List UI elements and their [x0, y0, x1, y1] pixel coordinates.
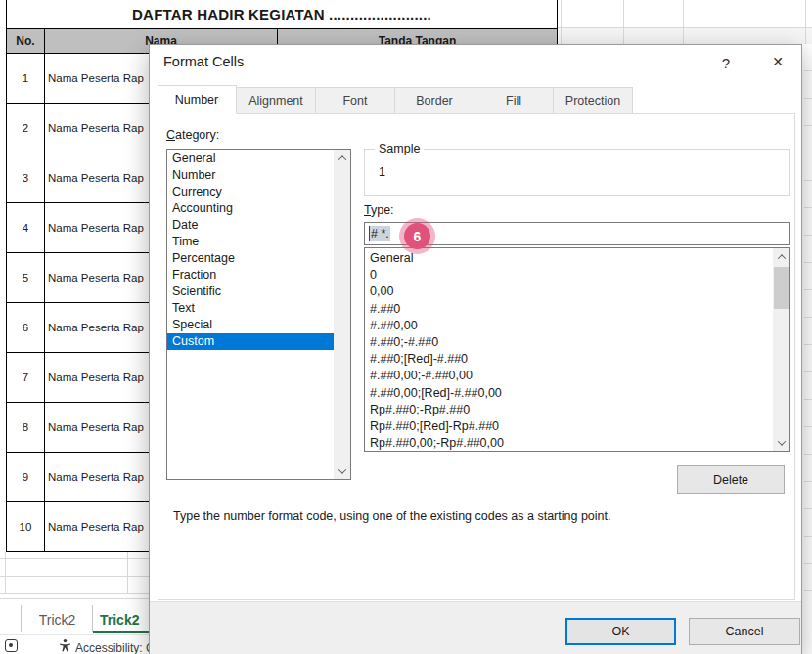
sheet-gridline: [683, 0, 684, 44]
row-number-cell: 5: [7, 253, 45, 302]
row-number-cell: 7: [7, 353, 45, 402]
type-label: Type:: [364, 203, 394, 217]
type-option[interactable]: Rp#.##0;-Rp#.##0: [365, 402, 773, 418]
close-icon[interactable]: ✕: [760, 49, 795, 74]
active-tab-underline: [93, 631, 149, 633]
type-option[interactable]: 0: [365, 267, 773, 283]
sheet-gridline: [0, 593, 149, 594]
row-number-cell: 10: [7, 502, 45, 551]
type-input-value: # *.: [369, 226, 390, 241]
dialog-tab[interactable]: Number: [158, 85, 237, 114]
sample-value: 1: [379, 165, 385, 179]
row-number-cell: 3: [7, 153, 45, 202]
dialog-footer: OK Cancel: [150, 601, 801, 654]
category-item[interactable]: Custom: [167, 333, 334, 350]
accessibility-icon: [58, 638, 72, 654]
scrollbar-thumb[interactable]: [774, 267, 789, 309]
excel-window: DAFTAR HADIR KEGIATAN ..................…: [0, 0, 812, 654]
type-option[interactable]: #.##0;[Red]-#.##0: [365, 351, 773, 368]
sheet-grid-shading: [559, 28, 812, 44]
row-number-cell: 9: [7, 453, 45, 501]
column-header-no: No.: [7, 29, 45, 53]
category-listbox: General Number Currency Accounting Date …: [166, 149, 351, 480]
scroll-up-icon[interactable]: [334, 150, 350, 166]
document-title: DAFTAR HADIR KEGIATAN ..................…: [6, 0, 558, 28]
scroll-up-icon[interactable]: [773, 248, 789, 265]
row-number-cell: 6: [7, 303, 45, 352]
status-bar: Accessibility: Goo... ... ....: [0, 634, 157, 654]
tab-separator: [92, 605, 93, 632]
category-item[interactable]: Time: [167, 234, 334, 250]
sheet-tab-trick2[interactable]: Trick2: [23, 605, 92, 634]
sheet-gridline: [744, 0, 744, 44]
row-number-cell: 1: [7, 54, 45, 103]
type-option[interactable]: #.##0;-#.##0: [365, 334, 773, 351]
category-item[interactable]: General: [167, 151, 334, 167]
delete-button[interactable]: Delete: [677, 465, 785, 494]
category-item[interactable]: Fraction: [167, 267, 334, 283]
dialog-tab[interactable]: Protection: [554, 87, 633, 114]
help-icon[interactable]: ?: [713, 51, 739, 74]
dialog-tab[interactable]: Border: [395, 87, 474, 114]
type-option[interactable]: #.##0,00;[Red]-#.##0,00: [365, 385, 773, 402]
category-item[interactable]: Accounting: [167, 200, 334, 217]
category-item[interactable]: Special: [167, 317, 334, 333]
cancel-button[interactable]: Cancel: [689, 618, 800, 645]
category-item[interactable]: Percentage: [167, 250, 334, 267]
category-item[interactable]: Currency: [167, 184, 334, 200]
type-option[interactable]: #.##0,00;-#.##0,00: [365, 368, 773, 384]
sheet-tab-bar: Trick2 Trick2: [0, 598, 157, 633]
dialog-tabstrip: Number Alignment Font Border Fill Protec…: [158, 85, 633, 114]
number-tab-page: Category: General Number Currency Accoun…: [158, 113, 795, 600]
scroll-down-icon[interactable]: [773, 434, 789, 451]
sheet-gridline: [623, 0, 624, 44]
macro-record-icon[interactable]: [5, 639, 18, 652]
format-cells-dialog: Format Cells ? ✕ Number Alignment Font B…: [149, 44, 802, 654]
ok-button[interactable]: OK: [565, 618, 676, 645]
type-option[interactable]: #.##0: [365, 301, 773, 318]
sample-label: Sample: [375, 142, 424, 155]
row-number-cell: 4: [7, 203, 45, 252]
category-item[interactable]: Scientific: [167, 283, 334, 300]
sheet-gridline: [558, 27, 812, 28]
category-label: Category:: [166, 128, 219, 142]
category-item[interactable]: Text: [167, 300, 334, 317]
sheet-gridline: [5, 552, 6, 593]
category-item[interactable]: Number: [167, 167, 334, 184]
category-scrollbar[interactable]: [334, 150, 350, 479]
type-option[interactable]: General: [365, 250, 773, 267]
type-listbox: General 0 0,00 #.##0 #.##0,00 #.##0;-#.#…: [364, 247, 790, 452]
dialog-help-text: Type the number format code, using one o…: [173, 509, 780, 523]
step-badge: 6: [404, 223, 430, 249]
dialog-title: Format Cells: [163, 54, 244, 69]
tab-separator: [21, 605, 22, 632]
type-option[interactable]: Rp#.##0;[Red]-Rp#.##0: [365, 418, 773, 435]
sheet-gridline: [561, 0, 562, 44]
dialog-tab[interactable]: Fill: [474, 87, 554, 114]
dialog-tab[interactable]: Font: [316, 87, 395, 114]
dialog-tab[interactable]: Alignment: [237, 87, 316, 114]
scroll-down-icon[interactable]: [334, 462, 350, 479]
type-option[interactable]: 0,00: [365, 283, 773, 300]
type-option[interactable]: Rp#.##0,00;-Rp#.##0,00: [365, 435, 773, 452]
type-option[interactable]: #.##0,00: [365, 318, 773, 334]
sample-groupbox: Sample 1: [364, 149, 790, 196]
row-number-cell: 2: [7, 104, 45, 153]
sheet-gridline: [805, 0, 806, 44]
type-scrollbar[interactable]: [773, 248, 789, 451]
sheet-grid-right-edge: [804, 44, 812, 600]
row-number-cell: 8: [7, 403, 45, 452]
category-item[interactable]: Date: [167, 217, 334, 234]
sheet-gridline: [127, 552, 128, 593]
